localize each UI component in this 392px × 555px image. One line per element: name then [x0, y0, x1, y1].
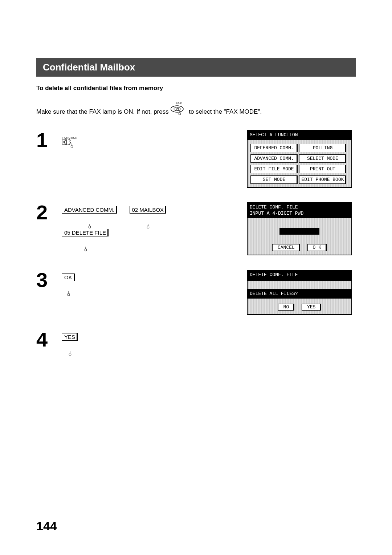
page-number: 144 — [36, 519, 57, 533]
pwd-input-box[interactable]: _ — [279, 228, 319, 235]
btn-05-delete-file[interactable]: 05 DELETE FILE — [62, 229, 109, 236]
step-number-2: 2 — [36, 202, 62, 223]
step-number-3: 3 — [36, 270, 62, 290]
fax-label: FAX — [170, 101, 187, 105]
fn-edit-phone-book[interactable]: EDIT PHONE BOOK — [299, 175, 346, 184]
function-button-icon[interactable]: FUNCTION — [62, 136, 81, 150]
intro-text-b: to select the "FAX MODE". — [189, 108, 262, 115]
press-icon — [88, 224, 95, 229]
step-number-1: 1 — [36, 130, 62, 150]
yes-button[interactable]: YES — [302, 304, 321, 311]
screen-input-pwd: DELETE CONF. FILE INPUT A 4-DIGIT PWD _ … — [247, 202, 352, 255]
fn-deferred-comm[interactable]: DEFERRED COMM. — [250, 144, 298, 152]
press-icon — [147, 224, 153, 229]
screen-select-function: SELECT A FUNCTION DEFERRED COMM.POLLING … — [247, 130, 352, 188]
svg-text:⏻: ⏻ — [176, 108, 179, 111]
screen2-line2: INPUT A 4-DIGIT PWD — [250, 211, 349, 217]
fn-print-out[interactable]: PRINT OUT — [299, 165, 346, 173]
fn-edit-file-mode[interactable]: EDIT FILE MODE — [250, 165, 298, 173]
screen3-question: DELETE ALL FILES? — [248, 289, 351, 299]
btn-advanced-comm[interactable]: ADVANCED COMM. — [62, 206, 117, 214]
intro-text-a: Make sure that the FAX lamp is ON. If no… — [36, 108, 169, 115]
fn-advanced-comm[interactable]: ADVANCED COMM. — [250, 154, 298, 163]
btn-02-mailbox[interactable]: 02 MAILBOX — [130, 206, 167, 214]
screen2-line1: DELETE CONF. FILE — [250, 204, 349, 211]
screen1-title: SELECT A FUNCTION — [248, 131, 351, 140]
screen3-title: DELETE CONF. FILE — [248, 271, 351, 280]
press-icon — [69, 351, 75, 356]
ok-button[interactable]: O K — [307, 244, 327, 251]
function-label: FUNCTION — [62, 136, 81, 139]
press-icon — [67, 291, 74, 296]
fn-select-mode[interactable]: SELECT MODE — [299, 154, 346, 163]
fn-set-mode[interactable]: SET MODE — [250, 175, 298, 184]
fn-polling[interactable]: POLLING — [299, 144, 346, 152]
cancel-button[interactable]: CANCEL — [272, 244, 300, 251]
fax-button-icon[interactable]: ⏻ — [170, 110, 187, 117]
subheading: To delete all confidential files from me… — [36, 85, 356, 92]
screen-delete-all: DELETE CONF. FILE DELETE ALL FILES? NO Y… — [247, 270, 352, 315]
intro-line: Make sure that the FAX lamp is ON. If no… — [36, 100, 356, 116]
step-number-4: 4 — [36, 329, 62, 350]
btn-ok[interactable]: OK — [62, 274, 75, 281]
title-bar: Confidential Mailbox — [36, 58, 356, 77]
press-icon — [84, 247, 91, 252]
btn-yes[interactable]: YES — [62, 333, 78, 341]
no-button[interactable]: NO — [278, 304, 295, 311]
